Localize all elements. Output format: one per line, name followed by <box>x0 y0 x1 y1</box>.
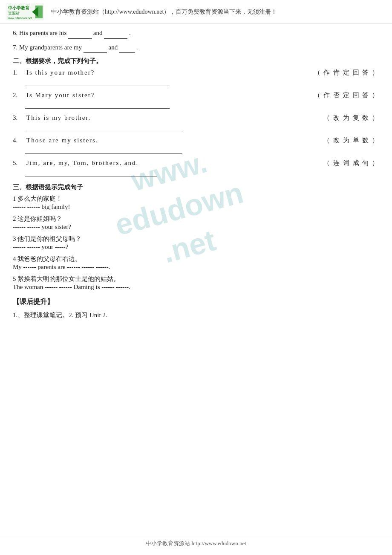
part3-5-num-chinese: 5 紧挨着大明的那位女士是他的姑姑。 <box>13 275 379 283</box>
ex4-num: 4. <box>13 137 26 144</box>
ex1-num: 1. <box>13 69 26 76</box>
ex3-sentence: This is my brother. <box>26 114 320 121</box>
part4-content: 1.、整理课堂笔记。2. 预习 Unit 2. <box>13 310 379 321</box>
part2-title: 二、根据要求，完成下列句子。 <box>13 57 379 65</box>
part3-4-num-chinese: 4 我爸爸的父母在右边。 <box>13 255 379 263</box>
ex4-sentence: Those are my sisters. <box>26 137 320 144</box>
exercise-row-3: 3. This is my brother. （ 改 为 复 数 ） <box>13 114 379 122</box>
footer-text: 中小学教育资源站 http://www.edudown.net <box>146 540 246 546</box>
ex1-instruction: （ 作 肯 定 回 答 ） <box>314 69 380 77</box>
part3-title: 三、根据语提示完成句子 <box>13 183 379 191</box>
ex5-answer-line <box>25 167 157 176</box>
ex2-num: 2. <box>13 92 26 99</box>
part3-1-num-chinese: 1 多么大的家庭！ <box>13 195 379 203</box>
ex5-instruction: （ 连 词 成 句 ） <box>323 159 379 167</box>
part3-2-num-chinese: 2 这是你姐姐吗？ <box>13 215 379 223</box>
ex5-sentence: Jim, are, my, Tom, brothers, and. <box>26 159 320 167</box>
svg-text:www.edudown.net: www.edudown.net <box>7 17 32 20</box>
ex5-num: 5. <box>13 159 26 167</box>
exercise-row-5: 5. Jim, are, my, Tom, brothers, and. （ 连… <box>13 159 379 167</box>
svg-text:资源站: 资源站 <box>8 11 20 15</box>
part3-item-4: 4 我爸爸的父母在右边。 My ------ parents are -----… <box>13 255 379 271</box>
part3-5-english: The woman ------ ------ Daming is ------… <box>13 283 379 291</box>
part3-item-5: 5 紧挨着大明的那位女士是他的姑姑。 The woman ------ ----… <box>13 275 379 291</box>
ex4-answer-line <box>25 145 182 154</box>
ex1-sentence: Is this your mother? <box>26 69 311 76</box>
svg-text:中小学教育: 中小学教育 <box>8 5 30 10</box>
part3-3-english: ------ ------ your -----? <box>13 243 379 251</box>
ex2-answer-line <box>25 99 170 109</box>
ex2-instruction: （ 作 否 定 回 答 ） <box>314 91 380 99</box>
part4-title: 【课后提升】 <box>13 298 379 306</box>
part1-item6: 6. His parents are his and . <box>13 28 379 39</box>
ex3-num: 3. <box>13 114 26 121</box>
exercise-row-2: 2. Is Mary your sister? （ 作 否 定 回 答 ） <box>13 91 379 99</box>
page-footer: 中小学教育资源站 http://www.edudown.net <box>0 536 392 547</box>
ex3-answer-line <box>25 122 182 131</box>
part3-3-num-chinese: 3 他们是你的祖父母吗？ <box>13 235 379 243</box>
ex4-instruction: （ 改 为 单 数 ） <box>323 136 379 145</box>
part3-item-2: 2 这是你姐姐吗？ ------ ------ your sister? <box>13 215 379 231</box>
logo-icon: 中小学教育 资源站 www.edudown.net <box>6 3 44 20</box>
logo-area: 中小学教育 资源站 www.edudown.net <box>6 3 44 20</box>
part3-2-english: ------ ------ your sister? <box>13 223 379 231</box>
exercise-row-1: 1. Is this your mother? （ 作 肯 定 回 答 ） <box>13 69 379 77</box>
ex2-sentence: Is Mary your sister? <box>26 92 311 99</box>
page-header: 中小学教育 资源站 www.edudown.net 中小学教育资源站（http:… <box>0 0 392 23</box>
ex1-answer-line <box>25 77 170 86</box>
part3-item-3: 3 他们是你的祖父母吗？ ------ ------ your -----? <box>13 235 379 251</box>
part1-item7: 7. My grandparents are my and . <box>13 42 379 53</box>
header-slogan: 中小学教育资源站（http://www.edudown.net），百万免费教育资… <box>51 8 277 16</box>
ex3-instruction: （ 改 为 复 数 ） <box>323 114 379 122</box>
part3-item-1: 1 多么大的家庭！ ------ ------ big family! <box>13 195 379 211</box>
part3-4-english: My ------ parents are ------ ------ ----… <box>13 263 379 271</box>
part3-1-english: ------ ------ big family! <box>13 203 379 211</box>
exercise-row-4: 4. Those are my sisters. （ 改 为 单 数 ） <box>13 136 379 145</box>
main-content: 6. His parents are his and . 7. My grand… <box>0 23 392 329</box>
part4-section: 【课后提升】 1.、整理课堂笔记。2. 预习 Unit 2. <box>13 298 379 321</box>
